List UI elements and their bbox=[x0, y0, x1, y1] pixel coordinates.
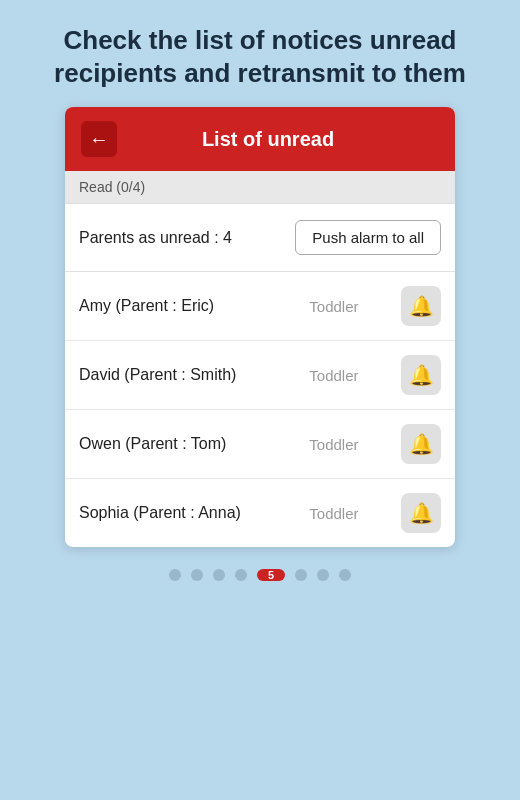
bell-icon: 🔔 bbox=[409, 432, 434, 456]
bell-button[interactable]: 🔔 bbox=[401, 286, 441, 326]
dot-inactive[interactable] bbox=[339, 569, 351, 581]
recipient-name: Amy (Parent : Eric) bbox=[79, 297, 267, 315]
bell-button[interactable]: 🔔 bbox=[401, 493, 441, 533]
list-item: Owen (Parent : Tom)Toddler🔔 bbox=[65, 410, 455, 479]
list-item: Amy (Parent : Eric)Toddler🔔 bbox=[65, 272, 455, 341]
phone-card: ← List of unread Read (0/4) Parents as u… bbox=[65, 107, 455, 547]
dot-inactive[interactable] bbox=[235, 569, 247, 581]
recipients-list: Amy (Parent : Eric)Toddler🔔David (Parent… bbox=[65, 272, 455, 547]
push-alarm-button[interactable]: Push alarm to all bbox=[295, 220, 441, 255]
recipient-name: Sophia (Parent : Anna) bbox=[79, 504, 267, 522]
parents-label: Parents as unread : 4 bbox=[79, 229, 232, 247]
bell-button[interactable]: 🔔 bbox=[401, 355, 441, 395]
list-item: Sophia (Parent : Anna)Toddler🔔 bbox=[65, 479, 455, 547]
recipient-category: Toddler bbox=[267, 505, 401, 522]
dot-inactive[interactable] bbox=[213, 569, 225, 581]
dot-navigation: 5 bbox=[169, 569, 351, 581]
dot-inactive[interactable] bbox=[169, 569, 181, 581]
bell-button[interactable]: 🔔 bbox=[401, 424, 441, 464]
recipient-category: Toddler bbox=[267, 298, 401, 315]
dot-active[interactable]: 5 bbox=[257, 569, 285, 581]
dot-inactive[interactable] bbox=[295, 569, 307, 581]
card-header: ← List of unread bbox=[65, 107, 455, 171]
sub-header: Read (0/4) bbox=[65, 171, 455, 204]
bell-icon: 🔔 bbox=[409, 501, 434, 525]
parents-row: Parents as unread : 4 Push alarm to all bbox=[65, 204, 455, 272]
header-title: List of unread bbox=[133, 128, 439, 151]
dot-inactive[interactable] bbox=[191, 569, 203, 581]
bell-icon: 🔔 bbox=[409, 294, 434, 318]
list-item: David (Parent : Smith)Toddler🔔 bbox=[65, 341, 455, 410]
recipient-category: Toddler bbox=[267, 436, 401, 453]
bell-icon: 🔔 bbox=[409, 363, 434, 387]
recipient-name: Owen (Parent : Tom) bbox=[79, 435, 267, 453]
dot-inactive[interactable] bbox=[317, 569, 329, 581]
recipient-category: Toddler bbox=[267, 367, 401, 384]
page-title: Check the list of notices unread recipie… bbox=[0, 0, 520, 107]
recipient-name: David (Parent : Smith) bbox=[79, 366, 267, 384]
back-arrow-icon: ← bbox=[89, 129, 109, 149]
back-button[interactable]: ← bbox=[81, 121, 117, 157]
